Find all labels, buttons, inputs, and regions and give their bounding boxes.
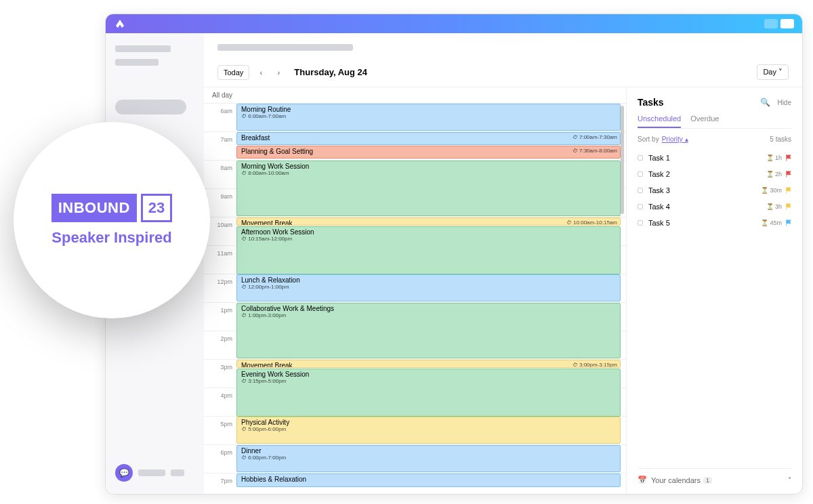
hourglass-icon: ⏳ [761, 187, 768, 194]
flag-icon [786, 187, 791, 194]
calendar-icon: 📅 [638, 476, 647, 484]
app-window: 💬 Today ‹ › Thursday, Aug 24 Day ˅ All d… [105, 14, 803, 495]
sidebar-placeholder [138, 469, 165, 476]
task-count: 5 tasks [770, 135, 791, 143]
task-item[interactable]: Task 2⏳2h [638, 166, 791, 182]
task-item[interactable]: Task 5⏳45m [638, 215, 791, 231]
next-arrow-icon[interactable]: › [272, 66, 285, 79]
calendar-toolbar: Today ‹ › Thursday, Aug 24 Day ˅ [204, 64, 802, 87]
badge-year: 23 [141, 194, 172, 222]
sort-by-link[interactable]: Priority ▴ [662, 135, 688, 143]
task-item[interactable]: Task 3⏳30m [638, 182, 791, 198]
task-checkbox[interactable] [638, 188, 643, 193]
chevron-down-icon: ˅ [778, 68, 783, 76]
current-date: Thursday, Aug 24 [294, 67, 367, 77]
clickup-logo-icon [114, 18, 126, 30]
hour-label: 8am [204, 161, 236, 188]
hourglass-icon: ⏳ [761, 219, 768, 226]
hour-label: 6pm [204, 445, 236, 473]
sidebar-placeholder [115, 45, 171, 52]
flag-icon [786, 219, 791, 226]
hide-button[interactable]: Hide [777, 99, 791, 106]
task-checkbox[interactable] [638, 220, 643, 226]
search-icon[interactable]: 🔍 [760, 98, 770, 107]
view-selector[interactable]: Day ˅ [757, 64, 789, 80]
inbound-badge: INBOUND 23 Speaker Inspired [14, 122, 210, 318]
window-control[interactable] [764, 19, 778, 28]
task-item[interactable]: Task 4⏳3h [638, 198, 791, 215]
badge-brand: INBOUND [51, 194, 137, 222]
tab-unscheduled[interactable]: Unscheduled [638, 114, 681, 128]
tab-overdue[interactable]: Overdue [690, 114, 719, 128]
task-checkbox[interactable] [638, 155, 643, 161]
hour-label: 5pm [204, 417, 236, 444]
hour-label: 6am [204, 104, 236, 131]
calendar-grid: All day Morning Routine⏱ 6:00am-7:00amBr… [204, 87, 626, 494]
titlebar [106, 14, 802, 33]
hour-label: 2pm [204, 331, 236, 359]
main-content: Today ‹ › Thursday, Aug 24 Day ˅ All day… [204, 33, 802, 494]
badge-subtitle: Speaker Inspired [51, 229, 171, 247]
sort-label: Sort by [638, 135, 659, 143]
prev-arrow-icon[interactable]: ‹ [255, 66, 267, 79]
sidebar-placeholder [171, 469, 184, 476]
task-checkbox[interactable] [638, 171, 643, 177]
window-control[interactable] [780, 19, 794, 28]
hourglass-icon: ⏳ [766, 154, 774, 161]
flag-icon [786, 171, 791, 177]
hour-label: 7am [204, 132, 236, 160]
flag-icon [786, 203, 791, 210]
chevron-down-icon: ˅ [788, 476, 791, 484]
today-button[interactable]: Today [217, 65, 249, 80]
scrollbar[interactable] [621, 106, 624, 214]
breadcrumb-placeholder [217, 44, 353, 51]
sidebar-search-placeholder[interactable] [115, 100, 186, 114]
hour-label: 7pm [204, 474, 236, 494]
flag-icon [786, 154, 791, 161]
tasks-title: Tasks [638, 97, 664, 108]
tasks-panel: Tasks 🔍 Hide Unscheduled Overdue Sort by… [626, 87, 802, 494]
sidebar-placeholder [115, 59, 159, 66]
your-calendars-toggle[interactable]: 📅 Your calendars 1 ˅ [638, 468, 791, 484]
hourglass-icon: ⏳ [766, 203, 774, 210]
hour-label: 3pm [204, 360, 236, 387]
task-checkbox[interactable] [638, 204, 643, 209]
hour-label: 11am [204, 246, 236, 274]
hour-label: 1pm [204, 303, 236, 331]
allday-label: All day [204, 87, 236, 103]
task-item[interactable]: Task 1⏳1h [638, 150, 791, 166]
hour-label: 12pm [204, 274, 236, 302]
calendar-count: 1 [703, 477, 712, 484]
hour-label: 4pm [204, 388, 236, 416]
chat-icon[interactable]: 💬 [115, 464, 133, 482]
hourglass-icon: ⏳ [766, 171, 774, 177]
